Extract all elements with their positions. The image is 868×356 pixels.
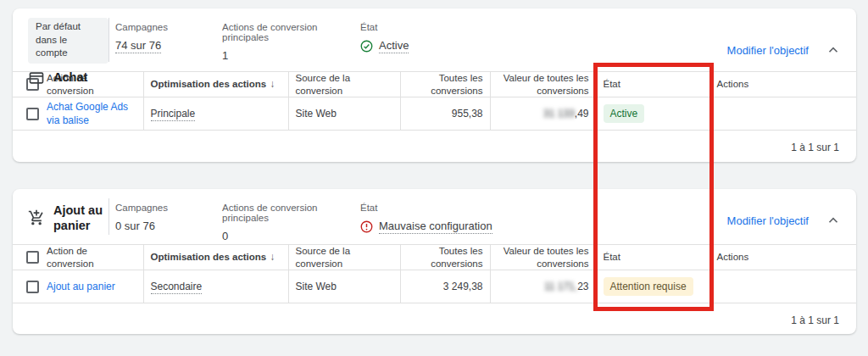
status-badge: Active bbox=[604, 104, 645, 123]
goal-card-ajout-au-panier: Ajout au panier Campagnes 0 sur 76 Actio… bbox=[13, 189, 856, 334]
goal-header: Par défaut dans le compte Achat Campagne… bbox=[13, 8, 856, 71]
source-value: Site Web bbox=[288, 270, 400, 303]
column-header-source[interactable]: Source de la conversion bbox=[288, 72, 400, 97]
column-header-value[interactable]: Valeur de toutes les conversions bbox=[490, 72, 596, 97]
conversion-goals-page: { "colors": { "accent_blue": "#1a73e8", … bbox=[0, 0, 868, 356]
stat-campaigns-value[interactable]: 74 sur 76 bbox=[115, 39, 161, 53]
status-badge: Attention requise bbox=[604, 277, 693, 296]
goal-header: Ajout au panier Campagnes 0 sur 76 Actio… bbox=[13, 189, 856, 244]
optimization-value[interactable]: Principale bbox=[151, 108, 196, 121]
stat-campaigns-value: 0 sur 76 bbox=[115, 220, 222, 232]
add-to-cart-icon bbox=[28, 209, 45, 226]
table-row: Achat Google Ads via balise Principale S… bbox=[13, 97, 856, 131]
stat-status-value[interactable]: Mauvaise configuration bbox=[379, 220, 492, 234]
stat-campaigns: Campagnes 0 sur 76 bbox=[115, 189, 222, 244]
header-divider bbox=[108, 198, 109, 235]
collapse-chevron-up-icon[interactable] bbox=[824, 41, 843, 59]
sort-descending-icon: ↓ bbox=[270, 78, 275, 90]
table-row: Ajout au panier Secondaire Site Web 3 24… bbox=[13, 270, 856, 303]
column-header-optimization[interactable]: Optimisation des actions↓ bbox=[143, 245, 288, 270]
goal-card-achat: Par défaut dans le compte Achat Campagne… bbox=[13, 8, 856, 162]
collapse-chevron-up-icon[interactable] bbox=[824, 211, 843, 230]
stat-campaigns-label: Campagnes bbox=[115, 203, 222, 213]
table-header-row: Action de conversion Optimisation des ac… bbox=[13, 245, 856, 270]
all-conversions-value: 3 249,38 bbox=[400, 270, 490, 303]
optimization-value[interactable]: Secondaire bbox=[151, 281, 203, 294]
conversion-action-link[interactable]: Ajout au panier bbox=[47, 281, 115, 292]
stat-primary-actions: Actions de conversion principales 1 bbox=[222, 8, 360, 71]
column-header-actions: Actions bbox=[709, 72, 856, 97]
all-conversions-value: 955,38 bbox=[400, 97, 490, 131]
stat-status-value[interactable]: Active bbox=[379, 39, 409, 53]
stat-primary-actions-label: Actions de conversion principales bbox=[222, 203, 360, 223]
redacted-value: 11 171, bbox=[544, 281, 577, 292]
stat-campaigns: Campagnes 74 sur 76 bbox=[115, 8, 222, 71]
stat-primary-actions-label: Actions de conversion principales bbox=[222, 22, 360, 42]
header-divider bbox=[108, 18, 109, 62]
table-header-row: Action de conversion Optimisation des ac… bbox=[13, 72, 856, 97]
stat-status-label: État bbox=[360, 22, 856, 32]
column-header-optimization[interactable]: Optimisation des actions↓ bbox=[143, 72, 288, 97]
actions-cell bbox=[709, 97, 856, 131]
conversion-actions-table: Action de conversion Optimisation des ac… bbox=[13, 244, 856, 303]
column-header-status[interactable]: État bbox=[596, 72, 709, 97]
conversion-action-link[interactable]: Achat Google Ads via balise bbox=[47, 101, 128, 126]
redacted-value: 31 133 bbox=[543, 108, 575, 120]
edit-objective-link[interactable]: Modifier l'objectif bbox=[727, 214, 809, 227]
conversions-value-cell: 31 133,49 bbox=[490, 97, 596, 131]
stat-status: État Active bbox=[360, 8, 856, 71]
pagination-label: 1 à 1 sur 1 bbox=[13, 303, 856, 326]
stat-campaigns-label: Campagnes bbox=[115, 22, 222, 32]
column-header-source[interactable]: Source de la conversion bbox=[288, 245, 400, 270]
stat-primary-actions-value: 0 bbox=[222, 230, 360, 242]
pagination-label: 1 à 1 sur 1 bbox=[13, 131, 856, 153]
stat-primary-actions-value: 1 bbox=[222, 49, 360, 62]
goal-title: Achat bbox=[53, 70, 87, 85]
row-checkbox[interactable] bbox=[26, 108, 39, 120]
actions-cell bbox=[709, 270, 856, 303]
column-header-value[interactable]: Valeur de toutes les conversions bbox=[490, 245, 596, 270]
conversions-value-cell: 11 171,23 bbox=[490, 270, 596, 303]
column-header-actions: Actions bbox=[709, 245, 856, 270]
row-checkbox[interactable] bbox=[26, 281, 39, 293]
goal-identity: Ajout au panier bbox=[13, 189, 108, 244]
column-header-name[interactable]: Action de conversion bbox=[47, 245, 143, 270]
check-circle-icon bbox=[360, 40, 373, 53]
column-header-all-conversions[interactable]: Toutes les conversions bbox=[400, 245, 490, 270]
select-all-checkbox[interactable] bbox=[26, 251, 39, 264]
stat-primary-actions: Actions de conversion principales 0 bbox=[222, 189, 360, 244]
goal-identity: Par défaut dans le compte Achat bbox=[13, 8, 108, 71]
account-default-badge: Par défaut dans le compte bbox=[28, 18, 108, 64]
source-value: Site Web bbox=[288, 97, 400, 131]
conversion-actions-table: Action de conversion Optimisation des ac… bbox=[13, 71, 856, 131]
purchase-card-icon bbox=[28, 70, 45, 86]
goal-title: Ajout au panier bbox=[53, 203, 108, 233]
edit-objective-link[interactable]: Modifier l'objectif bbox=[727, 44, 809, 57]
error-circle-icon bbox=[360, 220, 373, 233]
column-header-all-conversions[interactable]: Toutes les conversions bbox=[400, 72, 490, 97]
sort-descending-icon: ↓ bbox=[270, 251, 275, 263]
column-header-status[interactable]: État bbox=[596, 245, 709, 270]
